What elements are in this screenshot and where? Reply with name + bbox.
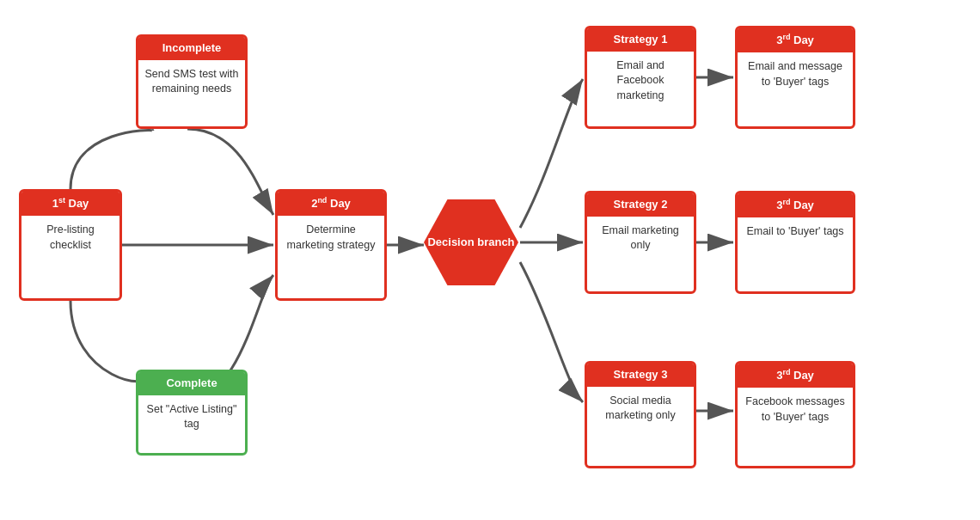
day3-2-box: 3rd Day Email to 'Buyer' tags	[735, 191, 855, 294]
strategy2-body: Email marketing only	[587, 217, 694, 260]
complete-box: Complete Set "Active Listing" tag	[136, 370, 248, 456]
strategy1-header: Strategy 1	[587, 28, 694, 52]
incomplete-body: Send SMS test with remaining needs	[138, 60, 245, 104]
day2-box: 2nd Day Determine marketing strategy	[275, 189, 387, 301]
strategy1-box: Strategy 1 Email and Facebook marketing	[585, 26, 696, 129]
day3-1-box: 3rd Day Email and message to 'Buyer' tag…	[735, 26, 855, 129]
day1-box: 1st Day Pre-listing checklist	[19, 189, 122, 301]
strategy3-header: Strategy 3	[587, 364, 694, 387]
day3-3-body: Facebook messages to 'Buyer' tags	[738, 388, 853, 431]
day3-1-body: Email and message to 'Buyer' tags	[738, 52, 853, 96]
day3-2-header: 3rd Day	[738, 193, 853, 217]
day3-2-body: Email to 'Buyer' tags	[738, 217, 853, 247]
day2-body: Determine marketing strategy	[278, 216, 384, 260]
incomplete-box: Incomplete Send SMS test with remaining …	[136, 34, 248, 129]
day3-3-box: 3rd Day Facebook messages to 'Buyer' tag…	[735, 361, 855, 468]
strategy2-box: Strategy 2 Email marketing only	[585, 191, 696, 294]
strategy3-box: Strategy 3 Social media marketing only	[585, 361, 696, 468]
day1-body: Pre-listing checklist	[21, 216, 119, 260]
decision-branch: Decision branch	[424, 199, 518, 285]
strategy1-body: Email and Facebook marketing	[587, 52, 694, 111]
day3-3-header: 3rd Day	[738, 364, 853, 388]
day2-header: 2nd Day	[278, 192, 384, 216]
decision-hexagon-inner: Decision branch	[424, 199, 518, 285]
strategy2-header: Strategy 2	[587, 193, 694, 217]
flow-diagram: 1st Day Pre-listing checklist Incomplete…	[0, 0, 980, 520]
day1-header: 1st Day	[21, 192, 119, 216]
day3-1-header: 3rd Day	[738, 28, 853, 52]
strategy3-body: Social media marketing only	[587, 387, 694, 431]
decision-label: Decision branch	[427, 236, 514, 250]
incomplete-header: Incomplete	[138, 37, 245, 60]
complete-body: Set "Active Listing" tag	[138, 395, 245, 439]
complete-header: Complete	[138, 372, 245, 395]
